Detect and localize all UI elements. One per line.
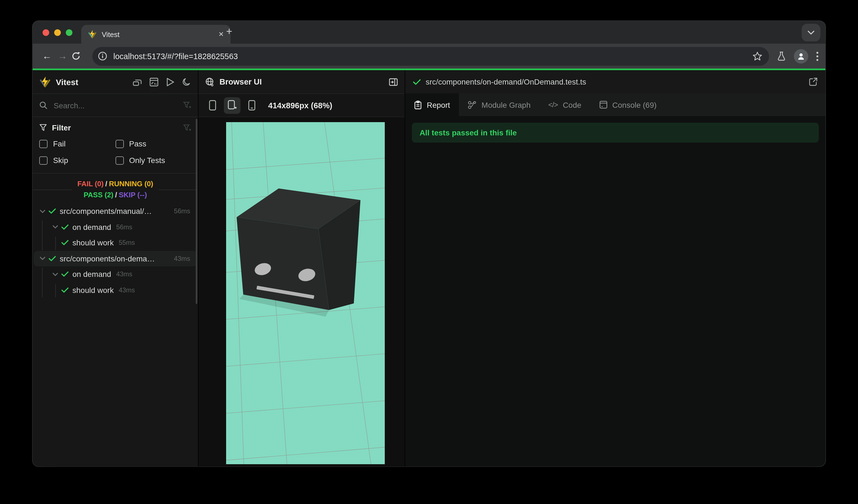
report-file-path: src/components/on-demand/OnDemand.test.t… <box>426 77 586 86</box>
duration-label: 43ms <box>118 286 135 294</box>
chevron-down-icon[interactable] <box>52 225 58 229</box>
chevron-down-icon[interactable] <box>40 257 45 261</box>
preview-title: Browser UI <box>220 77 388 86</box>
checkbox-icon[interactable] <box>115 140 124 148</box>
traffic-lights <box>43 29 73 36</box>
pass-check-icon <box>49 209 56 214</box>
collapse-tests-icon[interactable] <box>133 77 142 86</box>
reload-button[interactable] <box>71 51 87 61</box>
checkbox-icon[interactable] <box>39 156 48 164</box>
profile-avatar[interactable] <box>794 49 808 63</box>
clipboard-icon <box>414 100 422 109</box>
tab-report[interactable]: Report <box>405 93 459 116</box>
checkbox-icon[interactable] <box>39 140 48 148</box>
url-text: localhost:5173/#/?file=1828625563 <box>113 52 238 61</box>
tree-test-row[interactable]: should work 43ms <box>33 282 198 298</box>
minimize-window-button[interactable] <box>54 29 61 36</box>
pass-check-icon <box>61 224 68 230</box>
tree-file-row[interactable]: src/components/manual/… 56ms <box>33 204 198 219</box>
preview-header: Browser UI <box>198 70 405 94</box>
dark-mode-moon-icon[interactable] <box>182 77 191 86</box>
chevron-down-icon[interactable] <box>52 273 58 276</box>
clear-search-filter-icon <box>183 101 191 110</box>
maximize-window-button[interactable] <box>66 29 73 36</box>
filter-section: Filter Fail Pass Skip Only Tests <box>33 117 198 174</box>
address-bar[interactable]: localhost:5173/#/?file=1828625563 <box>92 47 769 65</box>
search-input[interactable] <box>52 100 183 110</box>
tab-code[interactable]: </> Code <box>540 93 590 116</box>
duration-label: 43ms <box>174 255 198 262</box>
search-row <box>33 93 198 117</box>
duration-label: 56ms <box>116 223 132 231</box>
tab-label: Module Graph <box>481 100 530 109</box>
open-external-icon[interactable] <box>809 77 817 86</box>
browser-preview-panel: Browser UI 414x896px (68%) <box>198 70 405 467</box>
tab-search-button[interactable] <box>801 24 821 42</box>
dashboard-icon[interactable] <box>149 77 159 86</box>
robot-cube <box>237 189 361 310</box>
clear-filters-icon <box>183 124 191 132</box>
filter-checkbox-pass[interactable]: Pass <box>115 139 191 148</box>
report-file-header: src/components/on-demand/OnDemand.test.t… <box>405 70 825 93</box>
pass-check-icon <box>61 287 68 293</box>
run-all-tests-icon[interactable] <box>166 77 175 86</box>
report-content: All tests passed in this file <box>405 116 825 467</box>
vitest-favicon <box>88 30 97 39</box>
tab-title: Vitest <box>102 30 120 38</box>
banner-text: All tests passed in this file <box>419 128 517 137</box>
viewport-dimensions: 414x896px (68%) <box>268 101 332 110</box>
close-window-button[interactable] <box>43 29 49 36</box>
bookmark-star-icon[interactable] <box>752 51 762 61</box>
tree-test-row[interactable]: should work 55ms <box>33 235 198 250</box>
search-icon <box>39 101 48 110</box>
test-explorer-sidebar: Vitest <box>33 70 198 467</box>
toolbar-right <box>777 49 819 63</box>
browser-tab[interactable]: Vitest ✕ <box>81 25 231 44</box>
browser-window: Vitest ✕ + ← → localhost:5173/#/?file=18… <box>33 21 825 467</box>
test-tree: src/components/manual/… 56ms on demand 5… <box>33 204 198 298</box>
suite-label: on demand <box>73 223 111 231</box>
zoom-out-device-icon[interactable] <box>244 97 260 114</box>
console-icon <box>599 101 607 109</box>
duration-label: 55ms <box>118 239 135 247</box>
suite-label: on demand <box>73 270 111 279</box>
browser-preview-viewport[interactable] <box>226 122 385 464</box>
test-file-label: src/components/on-dema… <box>60 254 155 263</box>
filter-funnel-icon <box>39 124 47 131</box>
close-tab-icon[interactable]: ✕ <box>218 30 224 38</box>
test-file-label: src/components/manual/… <box>60 207 152 216</box>
tree-suite-row[interactable]: on demand 43ms <box>33 266 198 282</box>
back-button[interactable]: ← <box>39 51 55 62</box>
test-label: should work <box>73 239 114 247</box>
pass-count: PASS (2) <box>83 191 113 199</box>
tab-module-graph[interactable]: Module Graph <box>459 93 539 116</box>
tree-suite-row[interactable]: on demand 56ms <box>33 219 198 235</box>
code-icon: </> <box>549 101 558 109</box>
pass-check-icon <box>61 240 68 246</box>
chevron-down-icon[interactable] <box>40 209 45 213</box>
test-status-summary: FAIL (0)/RUNNING (0) PASS (2)/SKIP (--) <box>33 179 198 200</box>
device-phone-icon[interactable] <box>204 97 221 114</box>
site-info-icon[interactable] <box>95 49 109 63</box>
browser-menu-kebab-icon[interactable] <box>816 51 819 61</box>
filter-checkbox-fail[interactable]: Fail <box>39 139 115 148</box>
dock-panel-icon[interactable] <box>388 77 398 86</box>
filter-checkbox-skip[interactable]: Skip <box>39 156 115 165</box>
report-panel: src/components/on-demand/OnDemand.test.t… <box>405 70 825 467</box>
sidebar-scrollbar[interactable] <box>196 119 197 304</box>
zoom-in-device-icon[interactable] <box>224 97 240 114</box>
filter-checkbox-only-tests[interactable]: Only Tests <box>115 156 191 165</box>
tab-console[interactable]: Console (69) <box>590 93 665 116</box>
tree-file-row-selected[interactable]: src/components/on-dema… 43ms <box>33 250 198 266</box>
all-tests-passed-banner: All tests passed in this file <box>412 123 819 143</box>
globe-icon <box>205 77 214 86</box>
page-content: Vitest <box>33 70 825 467</box>
experiments-flask-icon[interactable] <box>777 51 786 61</box>
fail-count: FAIL (0) <box>77 180 104 188</box>
duration-label: 43ms <box>116 271 132 278</box>
checkbox-icon[interactable] <box>115 156 124 164</box>
desktop: Vitest ✕ + ← → localhost:5173/#/?file=18… <box>0 0 858 504</box>
new-tab-button[interactable]: + <box>226 26 232 37</box>
pass-check-icon <box>61 272 68 277</box>
running-count: RUNNING (0) <box>109 180 153 188</box>
